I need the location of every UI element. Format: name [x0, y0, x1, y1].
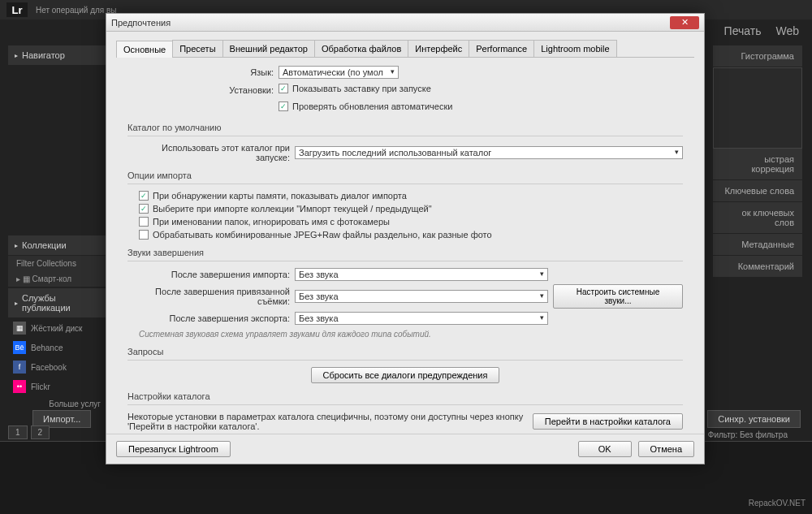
show-splash-label: Показывать заставку при запуске: [292, 84, 431, 93]
sound-import-label: После завершения импорта:: [127, 270, 290, 279]
behance-icon: Bē: [13, 341, 26, 354]
import-detect-card-checkbox[interactable]: ✓: [139, 191, 149, 201]
check-updates-checkbox[interactable]: ✓: [279, 102, 288, 111]
reset-warnings-button[interactable]: Сбросить все диалоги предупреждения: [311, 367, 500, 383]
service-harddisk[interactable]: ▦Жёсткий диск: [8, 318, 106, 338]
catalog-label: Использовать этот каталог при запуске:: [127, 143, 290, 162]
module-web[interactable]: Web: [775, 24, 799, 37]
tab-interface[interactable]: Интерфейс: [408, 40, 469, 57]
dialog-title: Предпочтения: [111, 18, 171, 28]
facebook-icon: f: [13, 361, 26, 374]
import-opt4-label: Обрабатывать комбинированные JPEG+Raw фа…: [153, 230, 492, 240]
import-opt3-label: При именовании папок, игнорировать имя с…: [153, 217, 390, 227]
sound-tether-select[interactable]: Без звука: [295, 290, 548, 303]
keyword-list-panel[interactable]: ок ключевых слов: [713, 202, 802, 234]
tab-file-handling[interactable]: Обработка файлов: [314, 40, 408, 57]
tab-performance[interactable]: Performance: [469, 40, 534, 57]
tab-general[interactable]: Основные: [116, 41, 173, 58]
catalog-settings-text: Некоторые установки в параметрах каталог…: [127, 412, 525, 431]
quick-develop-panel[interactable]: ыстрая коррекция: [713, 149, 802, 180]
restart-lightroom-button[interactable]: Перезапуск Lightroom: [116, 441, 231, 457]
sound-export-label: После завершения экспорта:: [127, 313, 290, 323]
sound-import-select[interactable]: Без звука: [295, 268, 548, 281]
cancel-button[interactable]: Отмена: [638, 441, 694, 457]
filter-label: Фильтр:: [708, 430, 737, 439]
catalog-select[interactable]: Загрузить последний использованный катал…: [295, 146, 683, 159]
flickr-icon: ••: [13, 380, 26, 393]
sync-settings-button[interactable]: Синхр. установки: [707, 410, 801, 428]
import-ignore-camera-name-checkbox[interactable]: [139, 217, 149, 227]
import-opt2-label: Выберите при импорте коллекции "Импорт т…: [153, 204, 432, 214]
service-behance[interactable]: BēBehance: [8, 338, 106, 357]
sound-tether-label: После завершения привязанной съёмки:: [127, 287, 290, 306]
ok-button[interactable]: OK: [578, 441, 632, 457]
keywords-panel[interactable]: Ключевые слова: [713, 180, 802, 202]
app-logo: Lr: [6, 2, 28, 17]
page-2[interactable]: 2: [31, 425, 50, 439]
status-text: Нет операций для вы: [36, 6, 117, 15]
harddisk-icon: ▦: [13, 322, 26, 335]
go-to-catalog-settings-button[interactable]: Перейти в настройки каталога: [533, 413, 683, 430]
preferences-dialog: Предпочтения ✕ Основные Пресеты Внешний …: [106, 13, 705, 464]
filter-collections[interactable]: Filter Collections: [8, 256, 106, 271]
sound-export-select[interactable]: Без звука: [295, 312, 548, 325]
close-button[interactable]: ✕: [670, 16, 699, 29]
import-collection-checkbox[interactable]: ✓: [139, 204, 149, 214]
check-updates-label: Проверять обновления автоматически: [292, 102, 452, 111]
module-print[interactable]: Печать: [724, 24, 762, 37]
comments-panel[interactable]: Комментарий: [713, 256, 802, 278]
metadata-panel[interactable]: Метаданные: [713, 234, 802, 256]
settings-label: Установки:: [127, 85, 274, 95]
service-flickr[interactable]: ••Flickr: [8, 377, 106, 396]
filter-dropdown[interactable]: Без фильтра: [740, 430, 788, 439]
navigator-panel[interactable]: Навигатор: [8, 45, 106, 66]
configure-system-sounds-button[interactable]: Настроить системные звуки...: [553, 284, 683, 309]
language-select[interactable]: Автоматически (по умол: [279, 66, 399, 79]
catalog-settings-section: Настройки каталога: [127, 391, 683, 401]
service-facebook[interactable]: fFacebook: [8, 357, 106, 377]
page-1[interactable]: 1: [8, 425, 28, 439]
import-opt1-label: При обнаружении карты памяти, показывать…: [153, 191, 407, 201]
tab-presets[interactable]: Пресеты: [172, 40, 222, 57]
requests-section: Запросы: [127, 347, 683, 356]
tab-external-editor[interactable]: Внешний редактор: [222, 40, 315, 57]
language-label: Язык:: [127, 67, 274, 77]
show-splash-checkbox[interactable]: ✓: [279, 84, 288, 93]
sound-hint: Системная звуковая схема управляет звука…: [139, 330, 683, 339]
histogram-panel[interactable]: Гистограмма: [713, 45, 802, 67]
smart-collection[interactable]: ▸ ▦ Смарт-кол: [8, 271, 106, 287]
import-options-section: Опции импорта: [127, 171, 683, 180]
default-catalog-section: Каталог по умолчанию: [127, 123, 683, 132]
tab-mobile[interactable]: Lightroom mobile: [533, 40, 616, 57]
import-jpeg-raw-separate-checkbox[interactable]: [139, 230, 149, 240]
collections-panel[interactable]: Коллекции: [8, 235, 106, 256]
publish-services-panel[interactable]: Службы публикации: [8, 288, 106, 318]
completion-sounds-section: Звуки завершения: [127, 248, 683, 257]
watermark: RepackOV.NET: [749, 499, 806, 508]
